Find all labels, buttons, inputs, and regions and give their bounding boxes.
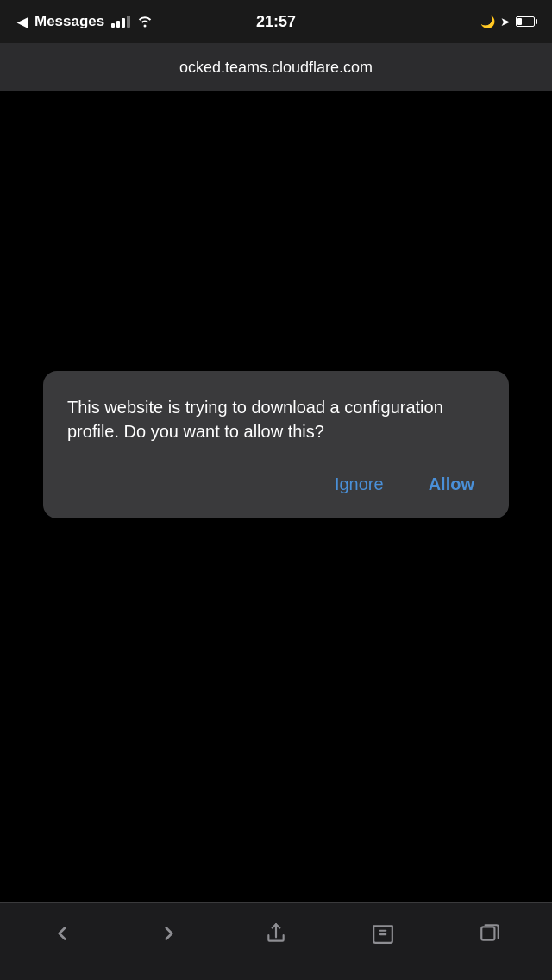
dialog-buttons: Ignore Allow [67,468,485,501]
url-display: ocked.teams.cloudflare.com [179,59,373,77]
dialog-message: This website is trying to download a con… [67,395,485,443]
bottom-toolbar [0,902,552,980]
config-profile-dialog: This website is trying to download a con… [43,371,509,518]
share-button[interactable] [254,914,298,952]
status-left: ◀ Messages [17,13,153,30]
svg-rect-3 [481,927,494,939]
carrier-label: Messages [34,13,104,30]
allow-button[interactable]: Allow [418,468,485,501]
moon-icon: 🌙 [480,15,495,28]
status-right: 🌙 ➤ [480,15,535,28]
address-bar[interactable]: ocked.teams.cloudflare.com [0,43,552,91]
location-icon: ➤ [500,15,511,28]
ignore-button[interactable]: Ignore [324,468,394,501]
back-arrow-icon: ◀ [17,14,28,30]
time-display: 21:57 [256,13,296,31]
back-button[interactable] [41,914,84,952]
signal-bars-icon [111,16,130,28]
tabs-button[interactable] [468,914,511,952]
wifi-icon-svg [137,16,153,28]
battery-icon [516,16,535,27]
forward-button[interactable] [147,914,191,952]
status-bar: ◀ Messages 21:57 🌙 ➤ [0,0,552,43]
bookmarks-button[interactable] [361,914,405,952]
